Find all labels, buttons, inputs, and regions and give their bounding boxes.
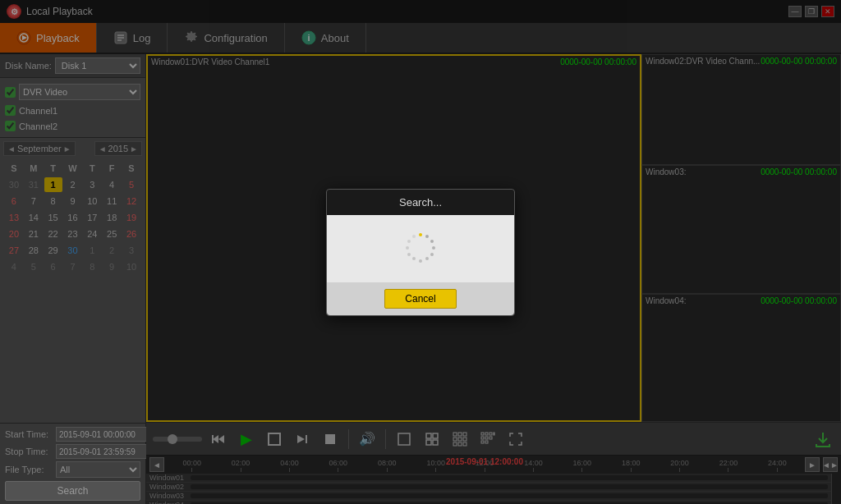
spinner-dot	[406, 246, 409, 250]
search-dialog: Search... Cancel	[326, 189, 515, 316]
loading-spinner	[404, 231, 437, 264]
spinner-dot	[412, 235, 416, 238]
spinner-dot	[430, 253, 434, 256]
spinner-dot	[412, 257, 416, 260]
spinner-dot	[430, 240, 434, 243]
modal-overlay: Search... Cancel	[0, 0, 841, 504]
modal-footer: Cancel	[327, 282, 514, 315]
spinner-dot	[407, 240, 411, 243]
spinner-dot	[407, 253, 411, 256]
spinner-dot	[419, 233, 422, 236]
modal-title: Search...	[327, 190, 514, 215]
spinner-dot	[432, 246, 435, 250]
spinner-dot	[425, 257, 429, 260]
spinner-dot	[425, 235, 429, 238]
cancel-button[interactable]: Cancel	[384, 289, 456, 309]
modal-body	[327, 215, 514, 282]
spinner-dot	[419, 259, 422, 263]
